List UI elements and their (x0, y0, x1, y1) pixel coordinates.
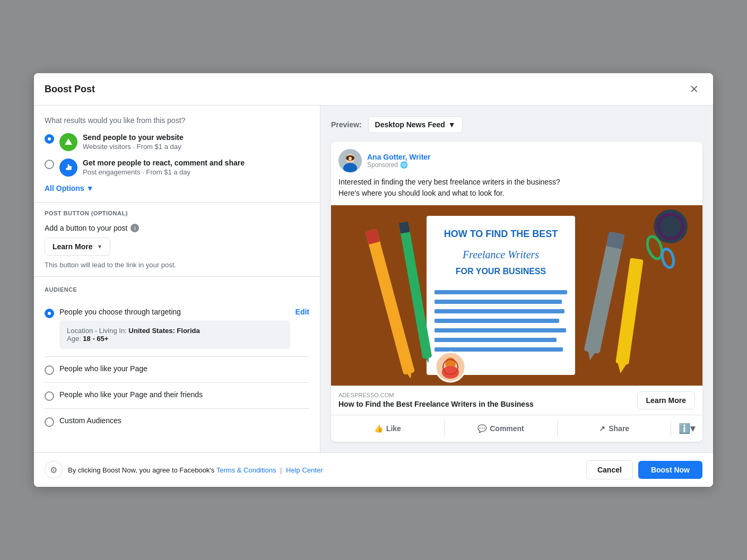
comment-icon: 💬 (477, 424, 487, 433)
author-name: Ana Gotter, Writer (367, 153, 431, 161)
boost-now-button[interactable]: Boost Now (638, 461, 702, 479)
author-avatar (338, 149, 362, 172)
boost-post-modal: Boost Post ✕ What results would you like… (34, 73, 713, 487)
author-info: Ana Gotter, Writer Sponsored 🌐 (367, 153, 431, 169)
gear-icon: ⚙ (50, 465, 57, 475)
modal-header: Boost Post ✕ (34, 73, 713, 106)
option-engage-title: Get more people to react, comment and sh… (83, 159, 245, 167)
option-website-title: Send people to your website (83, 133, 184, 142)
option-website-text: Send people to your website Website visi… (83, 133, 184, 151)
radio-custom[interactable] (45, 417, 54, 427)
like-button[interactable]: 👍 Like (331, 419, 444, 438)
like-icon: 👍 (374, 424, 383, 433)
audience-targeting-title: People you choose through targeting (59, 308, 290, 316)
age-detail: Age: 18 - 65+ (67, 335, 283, 343)
svg-point-38 (660, 216, 681, 237)
objective-question: What results would you like from this po… (45, 116, 309, 125)
settings-button[interactable]: ⚙ (45, 461, 63, 479)
footer-right: Cancel Boost Now (586, 460, 702, 479)
post-author-row: Ana Gotter, Writer Sponsored 🌐 (331, 142, 702, 177)
radio-page-likes[interactable] (45, 365, 54, 375)
close-button[interactable]: ✕ (685, 81, 702, 98)
cancel-button[interactable]: Cancel (586, 460, 633, 479)
svg-rect-10 (435, 309, 564, 313)
link-domain: ADESPRESSO.COM (338, 392, 534, 398)
radio-website[interactable] (45, 134, 54, 144)
footer-disclaimer: By clicking Boost Now, you agree to Face… (68, 466, 323, 474)
option-website[interactable]: Send people to your website Website visi… (45, 133, 309, 151)
button-type-dropdown[interactable]: Learn More ▼ (45, 238, 110, 256)
website-icon (59, 133, 77, 151)
more-icon: ℹ️▾ (679, 423, 695, 434)
option-engage[interactable]: Get more people to react, comment and sh… (45, 159, 309, 177)
svg-text:HOW TO FIND THE BEST: HOW TO FIND THE BEST (444, 229, 558, 239)
audience-option-targeting[interactable]: People you choose through targeting Loca… (45, 300, 309, 357)
svg-point-5 (349, 157, 352, 161)
audience-page-likes-content: People who like your Page (59, 364, 309, 373)
option-engage-sub: Post engagements · From $1 a day (83, 168, 245, 176)
preview-placement-dropdown[interactable]: Desktop News Feed ▼ (368, 116, 463, 133)
author-meta: Sponsored 🌐 (367, 161, 431, 169)
modal-overlay: Boost Post ✕ What results would you like… (0, 0, 747, 560)
audience-custom-content: Custom Audiences (59, 416, 309, 425)
learn-more-button[interactable]: Learn More (637, 391, 695, 409)
audience-option-page-likes[interactable]: People who like your Page (45, 357, 309, 383)
globe-icon: 🌐 (400, 161, 408, 169)
footer-left: ⚙ By clicking Boost Now, you agree to Fa… (45, 461, 323, 479)
chevron-down-icon: ▼ (448, 120, 456, 129)
post-actions: 👍 Like 💬 Comment ↗ Share (331, 415, 702, 442)
link-title: How to Find the Best Freelance Writers i… (338, 399, 534, 409)
audience-page-likes-friends-content: People who like your Page and their frie… (59, 390, 309, 399)
divider-2 (34, 276, 320, 277)
svg-text:Freelance Writers: Freelance Writers (462, 249, 539, 260)
audience-targeting-details: Location - Living In: United States: Flo… (59, 320, 290, 349)
svg-rect-13 (435, 338, 557, 342)
audience-page-likes-friends-title: People who like your Page and their frie… (59, 390, 309, 399)
link-info: ADESPRESSO.COM How to Find the Best Free… (338, 392, 534, 409)
radio-engage[interactable] (45, 160, 54, 169)
chevron-down-icon: ▼ (86, 184, 94, 192)
svg-rect-9 (435, 300, 562, 304)
button-hint: This button will lead to the link in you… (45, 261, 309, 269)
audience-custom-title: Custom Audiences (59, 416, 309, 425)
svg-text:FOR YOUR BUSINESS: FOR YOUR BUSINESS (456, 267, 546, 276)
post-preview-card: Ana Gotter, Writer Sponsored 🌐 Intereste… (331, 142, 702, 442)
svg-rect-8 (435, 290, 567, 294)
modal-footer: ⚙ By clicking Boost Now, you agree to Fa… (34, 452, 713, 487)
post-button-section-label: POST BUTTON (Optional) (45, 210, 309, 216)
svg-point-34 (442, 366, 459, 379)
location-detail: Location - Living In: United States: Flo… (67, 327, 283, 335)
radio-page-likes-friends[interactable] (45, 391, 54, 401)
engage-icon (59, 159, 77, 177)
chevron-down-icon: ▼ (97, 243, 102, 250)
option-website-sub: Website visitors · From $1 a day (83, 143, 184, 151)
right-panel: Preview: Desktop News Feed ▼ (320, 106, 713, 452)
post-text: Interested in finding the very best free… (331, 177, 702, 205)
modal-body: What results would you like from this po… (34, 106, 713, 452)
svg-rect-11 (435, 319, 559, 323)
svg-marker-0 (65, 138, 72, 145)
audience-option-custom[interactable]: Custom Audiences (45, 409, 309, 434)
comment-button[interactable]: 💬 Comment (445, 419, 558, 438)
audience-section: AUDIENCE People you choose through targe… (45, 286, 309, 434)
audience-targeting-content: People you choose through targeting Loca… (59, 308, 290, 349)
svg-rect-12 (435, 328, 566, 332)
close-icon: ✕ (690, 83, 699, 95)
add-button-label: Add a button to your post i (45, 224, 309, 232)
link-preview: ADESPRESSO.COM How to Find the Best Free… (331, 386, 702, 415)
preview-label: Preview: (331, 120, 362, 129)
preview-header: Preview: Desktop News Feed ▼ (331, 116, 702, 133)
more-options-button[interactable]: ℹ️▾ (671, 417, 702, 440)
all-options-link[interactable]: All Options ▼ (45, 184, 309, 192)
info-icon[interactable]: i (131, 224, 139, 232)
divider-1 (34, 202, 320, 203)
audience-option-page-likes-friends[interactable]: People who like your Page and their frie… (45, 383, 309, 409)
edit-audience-link[interactable]: Edit (296, 308, 309, 316)
audience-section-label: AUDIENCE (45, 286, 309, 293)
radio-targeting[interactable] (45, 309, 54, 318)
terms-link[interactable]: Terms & Conditions (216, 466, 276, 474)
share-button[interactable]: ↗ Share (558, 419, 671, 438)
svg-rect-14 (435, 347, 563, 352)
share-icon: ↗ (599, 424, 605, 433)
help-center-link[interactable]: Help Center (286, 466, 323, 474)
